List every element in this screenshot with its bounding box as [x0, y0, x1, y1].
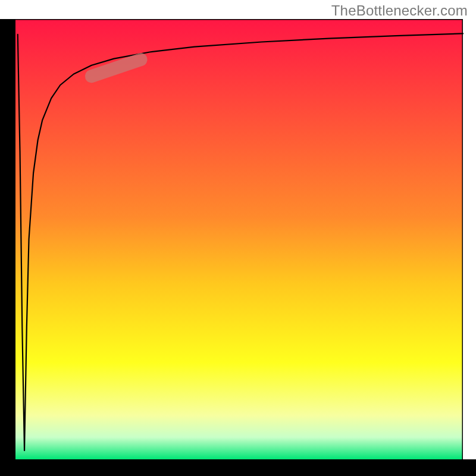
- axis-left: [0, 19, 15, 476]
- plot-border-right: [462, 19, 464, 459]
- plot-border-top: [15, 19, 463, 20]
- axis-bottom: [0, 459, 476, 476]
- plot-background: [15, 19, 463, 459]
- watermark-text: TheBottlenecker.com: [331, 2, 468, 19]
- chart-container: TheBottlenecker.com: [0, 0, 476, 476]
- bottleneck-chart: [0, 0, 476, 476]
